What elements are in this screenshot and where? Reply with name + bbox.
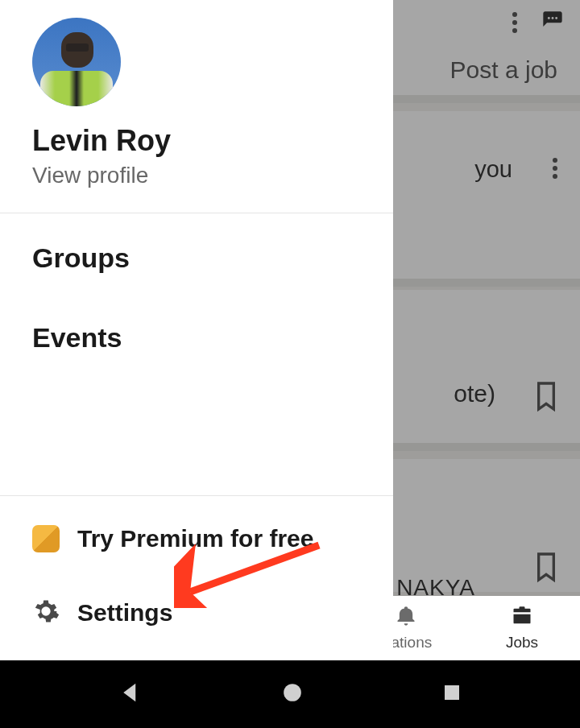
nav-jobs[interactable]: Jobs <box>464 596 580 660</box>
side-drawer: Levin Roy View profile Groups Events Try… <box>0 0 393 660</box>
svg-point-4 <box>284 684 301 701</box>
premium-icon <box>32 525 60 552</box>
settings-item[interactable]: Settings <box>32 598 361 628</box>
bell-icon <box>395 605 417 631</box>
avatar[interactable] <box>32 18 121 106</box>
home-button[interactable] <box>282 682 303 706</box>
menu-events[interactable]: Events <box>32 322 361 354</box>
back-button[interactable] <box>118 680 143 708</box>
view-profile-link[interactable]: View profile <box>32 163 361 188</box>
profile-name: Levin Roy <box>32 124 361 158</box>
drawer-menu: Groups Events <box>0 213 393 496</box>
briefcase-icon <box>511 605 533 631</box>
gear-icon <box>32 598 60 628</box>
recent-apps-button[interactable] <box>442 683 462 705</box>
drawer-footer: Try Premium for free Settings <box>0 496 393 660</box>
premium-label: Try Premium for free <box>77 525 313 552</box>
profile-section[interactable]: Levin Roy View profile <box>0 0 393 213</box>
android-system-bar <box>0 660 580 728</box>
premium-item[interactable]: Try Premium for free <box>32 525 361 552</box>
settings-label: Settings <box>77 599 172 627</box>
svg-rect-5 <box>445 685 459 700</box>
nav-label: Jobs <box>506 634 538 651</box>
menu-groups[interactable]: Groups <box>32 242 361 274</box>
